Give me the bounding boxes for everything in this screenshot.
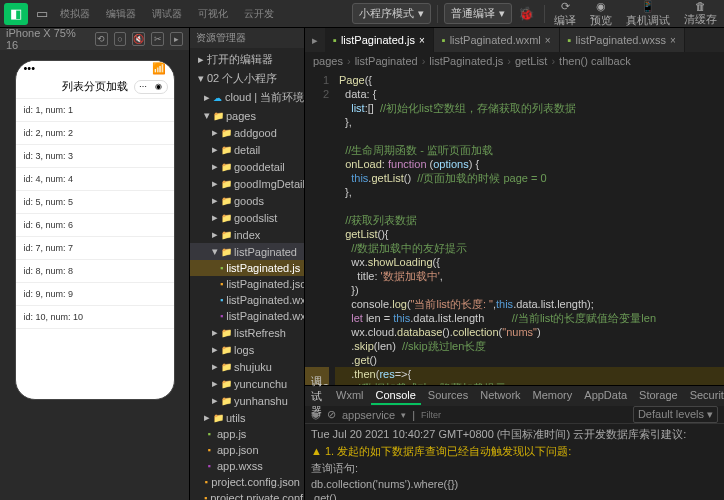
devtools-tab[interactable]: Security (685, 387, 724, 405)
tree-item[interactable]: ▪ app.js (190, 426, 304, 442)
tree-item[interactable]: ▪ app.json (190, 442, 304, 458)
clear-cache-button[interactable]: 🗑清缓存 (681, 0, 720, 28)
tree-item[interactable]: ▸ 📁 addgood (190, 124, 304, 141)
list-item[interactable]: id: 6, num: 6 (16, 214, 174, 237)
tree-item[interactable]: ▸ 📁 yuncunchu (190, 375, 304, 392)
tree-item[interactable]: ▾ 📁 pages (190, 107, 304, 124)
editor-tab[interactable]: ▪ listPaginated.wxss × (560, 28, 685, 52)
tree-item[interactable]: ▸ 📁 listRefresh (190, 324, 304, 341)
tb-cloud[interactable]: 云开发 (244, 7, 274, 21)
devtools-tab[interactable]: Memory (528, 387, 578, 405)
log-levels-dropdown[interactable]: Default levels ▾ (633, 406, 718, 423)
tree-item[interactable]: ▪ app.wxss (190, 458, 304, 474)
sim-header: iPhone X 75% 16 ⟲ ○ 🔇 ✂ ▸ (0, 28, 189, 50)
tb-debug[interactable]: 调试器 (152, 7, 182, 21)
tree-item[interactable]: ▪ project.private.config.json (190, 490, 304, 500)
tree-item[interactable]: ▸ 📁 shujuku (190, 358, 304, 375)
tree-item[interactable]: ▸ 📁 gooddetail (190, 158, 304, 175)
capsule-menu-icon[interactable]: ⋯ (135, 81, 151, 93)
tab-scroll-left-icon[interactable]: ▸ (305, 28, 325, 52)
compile-button[interactable]: ⟳编译 (551, 0, 579, 28)
tree-item[interactable]: ▪ project.config.json (190, 474, 304, 490)
remote-debug-button[interactable]: 📱真机调试 (623, 0, 673, 28)
tree-item[interactable]: ▸ 📁 goods (190, 192, 304, 209)
open-editors-section[interactable]: ▸ 打开的编辑器 (190, 50, 304, 69)
phone-statusbar: •••📶 (16, 61, 174, 75)
devtools-tab[interactable]: Console (371, 387, 421, 405)
tree-item[interactable]: ▸ 📁 utils (190, 409, 304, 426)
devtools-tab[interactable]: Storage (634, 387, 683, 405)
list-item[interactable]: id: 3, num: 3 (16, 145, 174, 168)
rotate-icon[interactable]: ⟲ (95, 32, 108, 46)
console-output[interactable]: Tue Jul 20 2021 10:40:27 GMT+0800 (中国标准时… (305, 424, 724, 500)
tb-visual[interactable]: 可视化 (198, 7, 228, 21)
devtools-tab[interactable]: Wxml (331, 387, 369, 405)
phone-list[interactable]: id: 1, num: 1id: 2, num: 2id: 3, num: 3i… (16, 99, 174, 399)
tree-item[interactable]: ▸ ☁ cloud | 当前环境: monica (190, 88, 304, 107)
breadcrumb-item[interactable]: listPaginated (355, 55, 418, 67)
tree-item[interactable]: ▾ 📁 listPaginated (190, 243, 304, 260)
code-area[interactable]: 1223 Page({ data: { list:[] //初始化list空数组… (305, 70, 724, 385)
breadcrumb-item[interactable]: pages (313, 55, 343, 67)
app-icon[interactable]: ◧ (4, 3, 28, 25)
chevron-down-icon: ▾ (418, 7, 424, 20)
sim-toggle-icon[interactable]: ▭ (30, 3, 54, 25)
close-icon[interactable]: × (545, 35, 551, 46)
project-section[interactable]: ▾ 02 个人小程序 (190, 69, 304, 88)
tree-item[interactable]: ▸ 📁 detail (190, 141, 304, 158)
tree-item[interactable]: ▸ 📁 goodslist (190, 209, 304, 226)
list-item[interactable]: id: 4, num: 4 (16, 168, 174, 191)
console-line: .get() (311, 491, 718, 500)
tb-editor[interactable]: 编辑器 (106, 7, 136, 21)
mode-dropdown[interactable]: 小程序模式▾ (352, 3, 431, 24)
chevron-down-icon: ▾ (499, 7, 505, 20)
bug-icon[interactable]: 🐞 (514, 3, 538, 25)
mute-icon[interactable]: 🔇 (132, 32, 145, 46)
top-toolbar: ◧ ▭ 模拟器 编辑器 调试器 可视化 云开发 小程序模式▾ 普通编译▾ 🐞 ⟳… (0, 0, 724, 28)
device-label[interactable]: iPhone X 75% 16 (6, 28, 83, 51)
more-icon[interactable]: ▸ (170, 32, 183, 46)
console-clear-icon[interactable]: ⊘ (327, 408, 336, 421)
list-item[interactable]: id: 9, num: 9 (16, 283, 174, 306)
home-icon[interactable]: ○ (114, 32, 127, 46)
tree-item[interactable]: ▪ listPaginated.wxss (190, 308, 304, 324)
cut-icon[interactable]: ✂ (151, 32, 164, 46)
devtools-tab[interactable]: Sources (423, 387, 473, 405)
editor-tab[interactable]: ▪ listPaginated.wxml × (434, 28, 560, 52)
console-line: db.collection('nums').where({}) (311, 477, 718, 491)
devtools-tab[interactable]: AppData (579, 387, 632, 405)
tree-item[interactable]: ▸ 📁 goodImgDetail (190, 175, 304, 192)
tree-item[interactable]: ▸ 📁 logs (190, 341, 304, 358)
close-icon[interactable]: × (419, 35, 425, 46)
preview-button[interactable]: ◉预览 (587, 0, 615, 28)
console-filter-input[interactable] (421, 410, 501, 420)
breadcrumb-item[interactable]: getList (515, 55, 547, 67)
tree-item[interactable]: ▪ listPaginated.wxml (190, 292, 304, 308)
tb-sim[interactable]: 模拟器 (60, 7, 90, 21)
editor-tabs: ▸ ▪ listPaginated.js ×▪ listPaginated.wx… (305, 28, 724, 52)
tree-item[interactable]: ▸ 📁 yunhanshu (190, 392, 304, 409)
close-icon[interactable]: × (670, 35, 676, 46)
tree-item[interactable]: ▪ listPaginated.js (190, 260, 304, 276)
console-context[interactable]: appservice (342, 409, 395, 421)
breadcrumb-item[interactable]: listPaginated.js (429, 55, 503, 67)
console-eye-icon[interactable]: ◉ (311, 408, 321, 421)
console-line: 1. 发起的如下数据库查询已经自动触发现以下问题: (311, 443, 718, 460)
simulator-panel: iPhone X 75% 16 ⟲ ○ 🔇 ✂ ▸ •••📶 列表分页加载 ⋯◉… (0, 28, 190, 500)
editor-tab[interactable]: ▪ listPaginated.js × (325, 28, 434, 52)
list-item[interactable]: id: 8, num: 8 (16, 260, 174, 283)
list-item[interactable]: id: 5, num: 5 (16, 191, 174, 214)
capsule-close-icon[interactable]: ◉ (151, 81, 167, 93)
list-item[interactable]: id: 2, num: 2 (16, 122, 174, 145)
tree-item[interactable]: ▪ listPaginated.json (190, 276, 304, 292)
tree-item[interactable]: ▸ 📁 index (190, 226, 304, 243)
breadcrumb[interactable]: pages›listPaginated›listPaginated.js›get… (305, 52, 724, 70)
breadcrumb-item[interactable]: then() callback (559, 55, 631, 67)
devtools-tab[interactable]: Network (475, 387, 525, 405)
list-item[interactable]: id: 1, num: 1 (16, 99, 174, 122)
list-item[interactable]: id: 10, num: 10 (16, 306, 174, 329)
compile-dropdown[interactable]: 普通编译▾ (444, 3, 512, 24)
page-title: 列表分页加载 (62, 79, 128, 94)
list-item[interactable]: id: 7, num: 7 (16, 237, 174, 260)
explorer-header: 资源管理器 (190, 28, 304, 48)
